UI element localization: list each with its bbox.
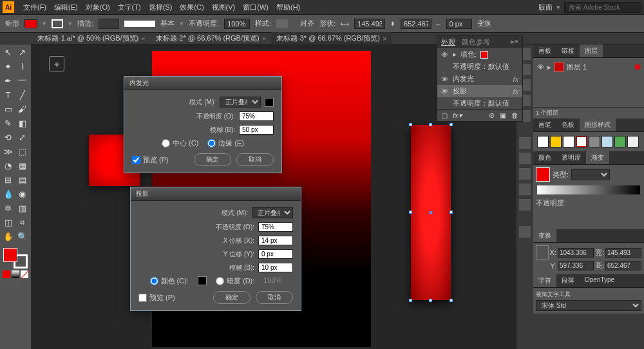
ok-button[interactable]: 确定: [213, 291, 251, 304]
dock-icon[interactable]: [519, 137, 531, 149]
eraser-tool[interactable]: ◧: [15, 117, 29, 130]
menu-effect[interactable]: 效果(C): [176, 3, 207, 12]
links-tab[interactable]: 链接: [556, 44, 580, 57]
menu-window[interactable]: 窗口(W): [239, 3, 272, 12]
blend-mode-select[interactable]: 正片叠底: [252, 207, 293, 218]
dock-icon[interactable]: [519, 153, 531, 164]
visibility-icon[interactable]: 👁: [441, 88, 449, 95]
menu-edit[interactable]: 编辑(E): [50, 3, 82, 12]
fx-icon[interactable]: fx: [513, 88, 518, 95]
drop-shadow-dialog[interactable]: 投影 模式 (M):正片叠底 不透明度 (O): X 位移 (X): Y 位移 …: [130, 187, 301, 311]
height-field[interactable]: [401, 19, 431, 29]
gradient-slider[interactable]: [537, 185, 640, 194]
slice-tool[interactable]: ⌗: [15, 216, 29, 229]
inner-glow-row[interactable]: 👁 内发光fx: [437, 73, 522, 85]
width-tool[interactable]: ≫: [1, 145, 15, 158]
menu-object[interactable]: 对象(O): [82, 3, 114, 12]
hand-tool[interactable]: ✋: [1, 230, 15, 243]
blur-input[interactable]: [239, 125, 274, 135]
shaper-tool[interactable]: ✎: [1, 117, 15, 130]
drop-shadow-row[interactable]: 👁 投影fx: [437, 85, 522, 97]
appearance-panel[interactable]: 外观 颜色参考 ▸≡ 👁 ▸填色: 不透明度：默认值 👁 内发光fx 👁 投影f…: [437, 35, 523, 122]
color-tab[interactable]: 颜色: [533, 151, 556, 164]
character-tab[interactable]: 字符: [533, 274, 556, 287]
perspective-tool[interactable]: ▦: [15, 159, 29, 173]
stroke-weight[interactable]: [99, 19, 119, 29]
gradient-fill-swatch[interactable]: [536, 167, 550, 182]
swatches-tab[interactable]: 色板: [556, 118, 580, 131]
paintbrush-tool[interactable]: 🖌: [15, 102, 29, 116]
opacity-field[interactable]: [224, 19, 250, 29]
reference-point[interactable]: [536, 245, 549, 259]
duplicate-icon[interactable]: ▣: [500, 111, 506, 120]
h-field[interactable]: [605, 261, 641, 270]
transform-tab[interactable]: 变换: [533, 229, 556, 242]
line-tool[interactable]: ╱: [15, 88, 29, 102]
selected-rectangle[interactable]: [411, 125, 451, 300]
darkness-radio[interactable]: 暗度 (D):: [216, 276, 254, 286]
free-transform-tool[interactable]: ⬚: [15, 145, 29, 158]
style-swatch[interactable]: [627, 136, 639, 147]
opacity-default-row[interactable]: 不透明度：默认值: [437, 61, 522, 73]
visibility-icon[interactable]: 👁: [441, 75, 449, 83]
pen-tool[interactable]: ✒: [1, 74, 15, 88]
opacity-default-row[interactable]: 不透明度：默认值: [437, 97, 522, 109]
fill-color[interactable]: [3, 248, 17, 262]
gradient-tab[interactable]: 渐变: [586, 151, 609, 164]
menu-type[interactable]: 文字(T): [114, 3, 145, 12]
panel-menu-icon[interactable]: ▸≡: [511, 37, 518, 47]
fill-swatch[interactable]: [24, 19, 37, 28]
style-swatch[interactable]: [276, 19, 288, 28]
magic-wand-tool[interactable]: ✦: [1, 60, 15, 73]
type-tool[interactable]: T: [1, 88, 15, 102]
gradient-type-select[interactable]: [571, 169, 610, 180]
color-radio[interactable]: 颜色 (C):: [150, 276, 189, 286]
add-effect-icon[interactable]: fx▾: [453, 111, 462, 120]
screen-mode-icon[interactable]: [3, 281, 10, 289]
direct-selection-tool[interactable]: ↗: [15, 46, 29, 59]
layout-dropdown[interactable]: 版面: [538, 3, 553, 12]
cancel-button[interactable]: 取消: [256, 291, 293, 304]
transparency-tab[interactable]: 透明度: [556, 151, 586, 164]
dock-icon[interactable]: [519, 199, 531, 211]
style-swatch[interactable]: [537, 136, 549, 147]
close-icon[interactable]: ×: [141, 35, 145, 42]
style-swatch[interactable]: [550, 136, 562, 147]
doc-tab-3[interactable]: 未标题-3* @ 66.67% (RGB/预览)×: [271, 32, 392, 44]
menu-view[interactable]: 视图(V): [208, 3, 240, 12]
doc-tab-1[interactable]: 未标题-1.ai* @ 50% (RGB/预览)×: [32, 32, 151, 44]
style-swatch[interactable]: [601, 136, 613, 147]
perspective-widget[interactable]: ◈: [49, 56, 64, 71]
blur-input[interactable]: [258, 263, 293, 272]
layers-tab[interactable]: 图层: [580, 44, 603, 57]
menu-file[interactable]: 文件(F): [19, 3, 50, 12]
symbol-sprayer-tool[interactable]: ✲: [1, 202, 15, 215]
y-field[interactable]: [558, 261, 594, 270]
color-guide-tab[interactable]: 颜色参考: [462, 37, 490, 47]
x-offset-input[interactable]: [258, 236, 293, 245]
stock-search[interactable]: [564, 2, 641, 13]
new-fill-icon[interactable]: ▢: [441, 111, 448, 120]
fill-row[interactable]: 👁 ▸填色:: [437, 48, 522, 61]
width-field[interactable]: [354, 19, 385, 29]
corner-field[interactable]: [446, 19, 472, 29]
x-field[interactable]: [558, 248, 594, 258]
mesh-tool[interactable]: ⊞: [1, 173, 15, 187]
paragraph-tab[interactable]: 段落: [556, 274, 580, 287]
screen-mode-icon[interactable]: [12, 281, 19, 289]
style-swatch[interactable]: [563, 136, 574, 147]
appearance-tab[interactable]: 外观: [441, 37, 455, 47]
y-offset-input[interactable]: [258, 249, 293, 259]
opacity-input[interactable]: [258, 222, 293, 232]
visibility-icon[interactable]: 👁: [537, 63, 545, 71]
curvature-tool[interactable]: 〰: [15, 74, 29, 88]
fill-color-swatch[interactable]: [480, 51, 488, 59]
stroke-style[interactable]: [124, 21, 155, 27]
fill-stroke-controls[interactable]: [1, 247, 30, 269]
dock-icon[interactable]: [519, 226, 531, 238]
blend-mode-select[interactable]: 正片叠底: [220, 97, 261, 108]
center-radio[interactable]: 中心 (C): [162, 138, 198, 148]
style-swatch[interactable]: [589, 136, 600, 147]
opacity-input[interactable]: [239, 111, 274, 121]
visibility-icon[interactable]: 👁: [441, 51, 449, 59]
